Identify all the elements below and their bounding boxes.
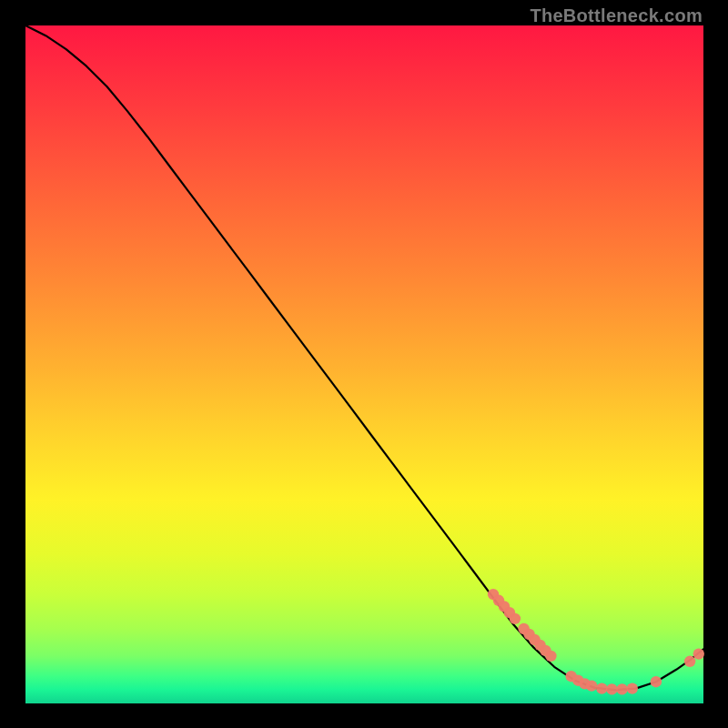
data-marker bbox=[596, 682, 607, 693]
data-marker bbox=[627, 682, 638, 693]
data-marker bbox=[510, 613, 521, 624]
data-marker bbox=[651, 676, 662, 687]
watermark-text: TheBottleneck.com bbox=[530, 5, 703, 26]
data-marker bbox=[606, 683, 617, 694]
data-marker bbox=[586, 680, 597, 691]
data-curve bbox=[25, 25, 703, 690]
chart-overlay-svg bbox=[25, 25, 703, 703]
data-marker bbox=[616, 683, 627, 694]
data-marker bbox=[684, 656, 695, 667]
data-marker bbox=[545, 651, 556, 662]
data-markers bbox=[488, 589, 704, 695]
data-marker bbox=[693, 648, 704, 659]
chart-container: TheBottleneck.com bbox=[0, 0, 728, 728]
